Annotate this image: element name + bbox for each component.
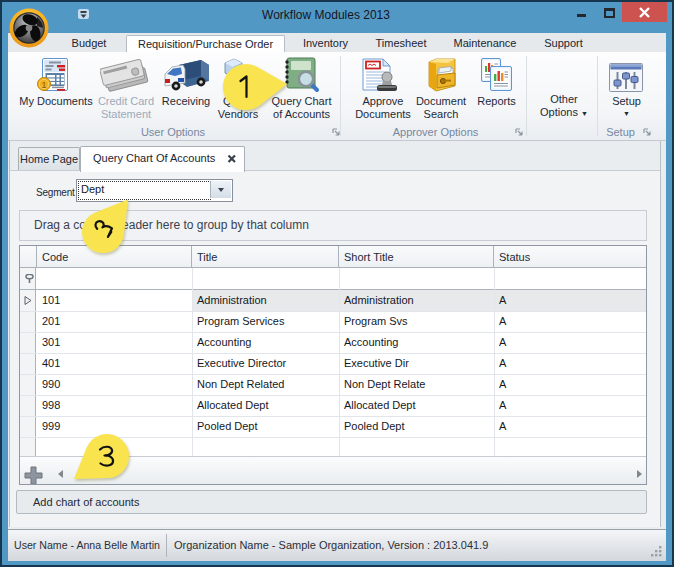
svg-text:1: 1 [41,80,46,90]
